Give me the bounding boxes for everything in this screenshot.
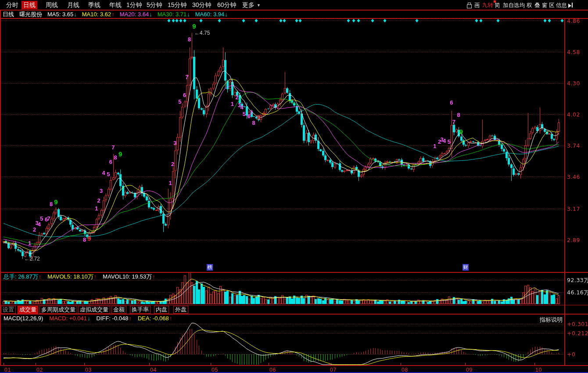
up-arrow-icon: ↑ [152, 273, 155, 280]
price-axis-label: 4.02 [567, 111, 580, 118]
tab-虚拟成交量[interactable]: 虚拟成交量 [78, 306, 110, 314]
macd-axis-label: +0.212 [567, 330, 588, 337]
stock-name: 曙光股份 [19, 11, 42, 18]
period-label: 日线 [3, 11, 14, 18]
chart-badge-财[interactable]: 财 [463, 264, 469, 271]
down-arrow-icon: ↓ [225, 11, 228, 18]
nine-turn-number: 9 [257, 115, 260, 120]
toolbar-window[interactable]: 窗 [542, 2, 548, 9]
tab-成交量[interactable]: 成交量 [18, 306, 38, 314]
tab-金额[interactable]: 金额 [111, 306, 126, 314]
price-axis-label: 4.58 [567, 49, 580, 55]
menu-item-季线[interactable]: 季线 [86, 1, 102, 9]
field-value: 3.94 [213, 11, 224, 18]
volume-axis-label: 92.33万 [567, 277, 588, 284]
field-label: MAVOL5: [47, 273, 73, 280]
down-arrow-icon: ↓ [74, 11, 77, 18]
toolbar-zone[interactable]: 区 [549, 2, 555, 9]
menu-item-1分钟[interactable]: 1分钟 [125, 1, 144, 9]
toolbar-draw[interactable]: 画 [474, 2, 480, 9]
x-axis-month-label: 05 [212, 367, 218, 373]
menu-item-年线[interactable]: 年线 [108, 1, 123, 9]
menu-item-周线[interactable]: 周线 [44, 1, 60, 9]
field-label: MACD: [49, 315, 69, 322]
ma-info-line: 日线曙光股份MA5: 3.65↓MA10: 3.62↑MA20: 3.64↓MA… [3, 11, 228, 18]
nine-turn-number: 8 [457, 112, 460, 118]
nine-turn-number: 5 [40, 216, 43, 221]
field-label: MA30: [158, 11, 176, 18]
field-label: DIFF: [96, 315, 112, 322]
nine-turn-number: 6 [109, 159, 112, 165]
nine-turn-number: 7 [111, 145, 115, 150]
nine-turn-number: 4 [102, 170, 105, 176]
price-axis-label: 4.30 [567, 80, 580, 87]
menu-item-5分钟[interactable]: 5分钟 [145, 1, 164, 9]
up-arrow-icon: ↑ [129, 315, 132, 322]
toolbar-overlay[interactable]: 叠 [534, 2, 540, 9]
down-arrow-icon: ↓ [187, 11, 190, 18]
field-value: 3.65 [62, 11, 73, 18]
field-label: MA20: [120, 11, 138, 18]
tab-设置[interactable]: 设置 [1, 306, 16, 314]
nine-turn-number: 1 [95, 206, 98, 211]
field-label: MA60: [195, 11, 213, 18]
field-value: +0.041 [69, 315, 87, 322]
toolbar-info[interactable]: 信息 [556, 2, 567, 9]
field-value: 26.87万 [18, 273, 38, 280]
tab-多周期成交量[interactable]: 多周期成交量 [39, 306, 77, 314]
tab-内盘[interactable]: 内盘 [154, 306, 169, 314]
field-value: -0.048 [112, 315, 129, 322]
menu-item-日线[interactable]: 日线 [22, 1, 37, 9]
x-axis-month-label: 09 [466, 367, 473, 373]
nine-turn-number: 7 [47, 216, 50, 221]
nine-turn-number: 2 [97, 198, 100, 203]
macd-axis-label: +0 [567, 351, 575, 358]
up-arrow-icon: ↑ [169, 315, 172, 322]
nine-turn-number: 9 [54, 199, 57, 205]
field-label: MA10: [82, 11, 100, 18]
field-value: 3.64 [138, 11, 149, 18]
menu-item-60分钟[interactable]: 60分钟 [215, 1, 238, 9]
nine-turn-number: 6 [183, 93, 186, 98]
nine-turn-number: 5 [448, 139, 451, 145]
next-icon[interactable] [568, 2, 573, 9]
price-axis-label: 3.74 [567, 142, 580, 149]
menu-item-15分钟[interactable]: 15分钟 [166, 1, 189, 9]
stock-app-window: 分时日线周线月线季线年线1分钟5分钟15分钟30分钟60分钟更多▼画九转简加自选… [0, 0, 588, 373]
toolbar-simplified[interactable]: 简 [495, 2, 500, 9]
tab-外盘[interactable]: 外盘 [173, 306, 188, 314]
menu-item-30分钟[interactable]: 30分钟 [190, 1, 213, 9]
nine-turn-number: 7 [185, 75, 188, 80]
x-axis-month-label: 02 [36, 367, 43, 373]
chart-badge-榜[interactable]: 榜 [207, 264, 213, 271]
toolbar-add-watchlist[interactable]: 加自选 [503, 2, 520, 9]
toolbar-ma-toggle[interactable]: 均 [520, 2, 525, 9]
x-axis-month-label: 03 [85, 367, 92, 373]
x-axis-month-label: 01 [4, 367, 11, 373]
low-price-label: ←2.72 [24, 256, 39, 261]
nine-turn-number: 4 [443, 138, 446, 144]
menu-item-月线[interactable]: 月线 [65, 1, 81, 9]
nine-turn-number: 5 [107, 172, 110, 177]
field-label: 总手: [4, 273, 18, 280]
up-arrow-icon: ↑ [94, 273, 97, 280]
lock-icon[interactable] [467, 2, 472, 9]
nine-turn-number: 8 [188, 37, 191, 42]
toolbar-nine-turn[interactable]: 九转 [482, 2, 493, 9]
nine-turn-number: 7 [452, 120, 455, 125]
macd-params: MACD(12,26,9) [4, 315, 43, 322]
nine-turn-number: 4 [240, 105, 243, 110]
menu-item-分时[interactable]: 分时 [4, 1, 20, 9]
nine-turn-number: 8 [252, 120, 255, 126]
x-axis-month-label: 08 [402, 367, 408, 373]
price-axis-label: 2.89 [567, 237, 580, 243]
x-axis-month-label: 04 [150, 367, 157, 373]
indicator-help-link[interactable]: 指标说明 [540, 316, 563, 324]
volume-axis-label: 46.16万 [567, 289, 588, 297]
x-axis-month-label: 06 [269, 367, 276, 373]
field-value: 3.62 [100, 11, 111, 18]
tab-换手率[interactable]: 换手率 [130, 306, 151, 314]
menu-item-更多[interactable]: 更多▼ [240, 1, 262, 9]
volume-info-line: 总手: 26.87万↑MAVOL5: 18.10万↑MAVOL10: 19.53… [4, 273, 155, 280]
toolbar-rights[interactable]: 权 [527, 2, 532, 9]
